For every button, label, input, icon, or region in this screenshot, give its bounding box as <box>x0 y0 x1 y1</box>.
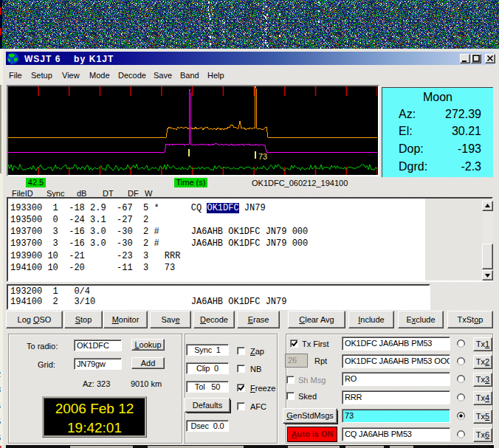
svg-text:73: 73 <box>258 152 267 161</box>
